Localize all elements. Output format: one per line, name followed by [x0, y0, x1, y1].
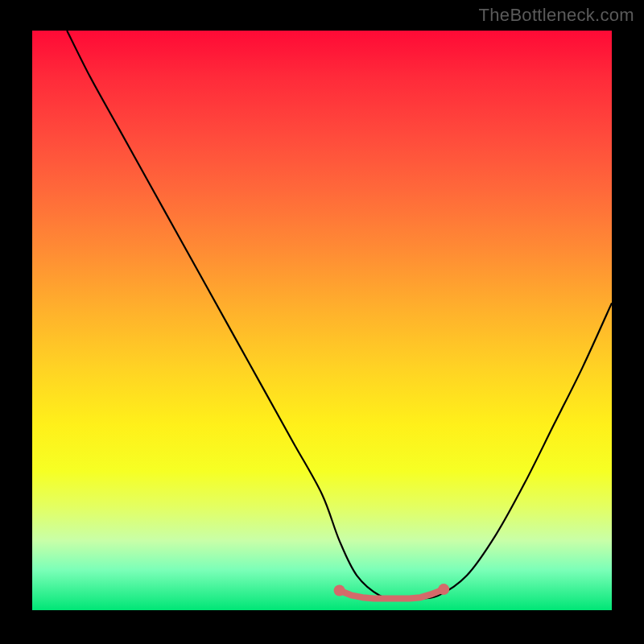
- greenzone-connector: [340, 589, 444, 599]
- greenzone-endpoint: [438, 584, 449, 595]
- greenzone-endpoint: [334, 585, 345, 597]
- chart-container: TheBottleneck.com: [0, 0, 644, 644]
- curve-svg: [32, 31, 612, 610]
- greenzone-marker-group: [334, 584, 450, 599]
- plot-area: [32, 31, 612, 610]
- watermark-text: TheBottleneck.com: [479, 5, 634, 26]
- bottleneck-curve-path: [67, 31, 612, 599]
